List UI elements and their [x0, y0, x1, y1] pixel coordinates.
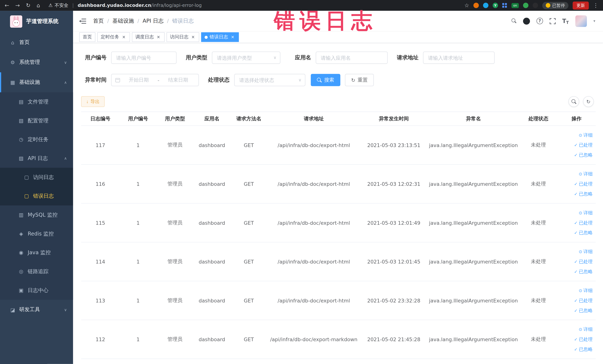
bookmark-star-icon[interactable]: ☆: [464, 2, 469, 8]
date-range-picker[interactable]: 开始日期 - 结束日期: [111, 74, 199, 86]
browser-refresh-icon[interactable]: ↻: [26, 3, 30, 8]
tab-item-1[interactable]: 定时任务×: [97, 32, 130, 42]
breadcrumb-item[interactable]: API 日志: [142, 17, 163, 24]
action-ignored-link[interactable]: ✓已忽略: [559, 344, 593, 354]
sidebar-item-redis-monitor[interactable]: ◈Redis 监控: [0, 224, 73, 243]
chrome-separator: |: [72, 3, 74, 8]
tab-close-icon[interactable]: ×: [156, 35, 161, 40]
action-ignored-link[interactable]: ✓已忽略: [559, 305, 593, 316]
avatar[interactable]: [575, 15, 587, 27]
sidebar-item-label: 研发工具: [19, 306, 40, 313]
breadcrumb-item[interactable]: 首页: [93, 17, 104, 24]
chevron-up-icon: ∧: [64, 156, 67, 160]
action-ignored-link[interactable]: ✓已忽略: [559, 228, 593, 238]
browser-home-icon[interactable]: ⌂: [37, 3, 40, 8]
action-processed-link[interactable]: ✓已处理: [559, 140, 593, 150]
paused-label: 已暂停: [552, 2, 565, 8]
sidebar-item-config-mgmt[interactable]: ▧配置管理: [0, 111, 73, 130]
sidebar-toggle-icon[interactable]: [79, 18, 86, 24]
extension-grid-icon[interactable]: [502, 3, 504, 5]
breadcrumb-item[interactable]: 基础设施: [113, 17, 134, 24]
extension-leaf-icon[interactable]: [523, 3, 529, 8]
action-detail-link[interactable]: ⊙详细: [559, 247, 593, 257]
help-icon[interactable]: ?: [536, 18, 543, 24]
action-processed-link[interactable]: ✓已处理: [559, 179, 593, 189]
action-detail-link[interactable]: ⊙详细: [559, 169, 593, 179]
breadcrumb-separator: /: [137, 18, 139, 24]
cell-method: GET: [231, 320, 267, 359]
sidebar-item-log-center[interactable]: ▣日志中心: [0, 281, 73, 300]
process-status-select[interactable]: [234, 74, 305, 86]
forward-icon[interactable]: →: [15, 3, 20, 8]
tab-close-icon[interactable]: ×: [121, 35, 127, 40]
extension-green-icon[interactable]: Y: [493, 3, 498, 8]
action-ignored-link[interactable]: ✓已忽略: [559, 150, 593, 160]
check-icon: ✓: [574, 259, 578, 264]
refresh-table-button[interactable]: ↻: [583, 96, 594, 107]
sidebar-item-file-mgmt[interactable]: ▤文件管理: [0, 92, 73, 111]
font-size-icon[interactable]: TT: [562, 17, 569, 24]
tab-item-4[interactable]: 错误日志×: [201, 32, 239, 42]
browser-update-button[interactable]: 更新: [573, 1, 589, 10]
sidebar-item-infrastructure[interactable]: ▦基础设施∧: [0, 72, 73, 92]
toggle-search-button[interactable]: [568, 96, 579, 107]
sidebar: 芋道管理系统 ⌂首页⚙系统管理∨▦基础设施∧▤文件管理▧配置管理◷定时任务▨AP…: [0, 11, 73, 364]
cell-method: GET: [231, 164, 267, 203]
sidebar-item-java-monitor[interactable]: ◉Java 监控: [0, 243, 73, 262]
browser-menu-icon[interactable]: ⋮: [593, 2, 598, 8]
extension-teal-icon[interactable]: [483, 3, 488, 8]
cell-app: dashboard: [194, 320, 231, 359]
cell-time: 2021-05-03 12:01:49: [360, 203, 427, 242]
tab-close-icon[interactable]: ×: [190, 35, 196, 40]
extension-orange-icon[interactable]: [474, 3, 479, 8]
cell-time: 2021-05-02 21:45:28: [360, 320, 427, 359]
sidebar-item-link-trace[interactable]: ◎链路追踪: [0, 262, 73, 281]
cell-app: dashboard: [194, 281, 231, 320]
action-detail-link[interactable]: ⊙详细: [559, 324, 593, 334]
sidebar-item-label: MySQL 监控: [28, 211, 58, 218]
logo-row[interactable]: 芋道管理系统: [0, 11, 73, 32]
tab-item-2[interactable]: 调度日志×: [132, 32, 165, 42]
action-ignored-link[interactable]: ✓已忽略: [559, 267, 593, 277]
extension-paw-icon[interactable]: [533, 3, 538, 8]
address-bar[interactable]: dashboard.yudao.iocoder.cn/infra/log/api…: [78, 3, 202, 8]
page-content: 用户编号 用户类型 ∨ 应用名 请: [73, 43, 603, 364]
sidebar-item-scheduled-jobs[interactable]: ◷定时任务: [0, 130, 73, 149]
sidebar-menu: ⌂首页⚙系统管理∨▦基础设施∧▤文件管理▧配置管理◷定时任务▨API 日志∧▢访…: [0, 32, 73, 320]
action-ignored-link[interactable]: ✓已忽略: [559, 189, 593, 199]
request-url-input[interactable]: [423, 52, 495, 64]
tab-item-3[interactable]: 访问日志×: [166, 32, 199, 42]
site-security[interactable]: ⚠ 不安全: [48, 2, 69, 9]
app-name-input[interactable]: [316, 52, 388, 64]
action-processed-link[interactable]: ✓已处理: [559, 257, 593, 267]
refresh-icon: ↻: [351, 78, 355, 82]
sidebar-item-access-log[interactable]: ▢访问日志: [0, 168, 73, 187]
extension-on-badge[interactable]: on: [511, 3, 519, 8]
back-icon[interactable]: ←: [5, 3, 9, 8]
sidebar-item-home[interactable]: ⌂首页: [0, 32, 73, 52]
sidebar-item-api-logs[interactable]: ▨API 日志∧: [0, 149, 73, 168]
caret-down-icon[interactable]: ▾: [593, 19, 595, 23]
search-icon[interactable]: [511, 19, 516, 23]
tab-close-icon[interactable]: ×: [230, 35, 235, 40]
action-processed-link[interactable]: ✓已处理: [559, 334, 593, 344]
sidebar-item-dev-tools[interactable]: ◪研发工具∨: [0, 300, 73, 320]
github-icon[interactable]: [523, 17, 530, 24]
search-button[interactable]: 搜索: [311, 74, 340, 86]
action-processed-link[interactable]: ✓已处理: [559, 218, 593, 228]
sidebar-item-error-log[interactable]: ▢错误日志: [0, 187, 73, 205]
user-id-input[interactable]: [111, 52, 177, 64]
action-detail-link[interactable]: ⊙详细: [559, 208, 593, 218]
tab-item-0[interactable]: 首页: [79, 32, 95, 42]
action-detail-link[interactable]: ⊙详细: [559, 130, 593, 140]
column-header: 日志编号: [81, 112, 120, 126]
sidebar-item-mysql-monitor[interactable]: ▥MySQL 监控: [0, 205, 73, 224]
paused-badge[interactable]: 已暂停: [542, 2, 568, 9]
action-detail-link[interactable]: ⊙详细: [559, 285, 593, 295]
fullscreen-icon[interactable]: [550, 18, 556, 24]
export-button[interactable]: ↓ 导出: [81, 96, 105, 107]
sidebar-item-system-mgmt[interactable]: ⚙系统管理∨: [0, 52, 73, 72]
action-processed-link[interactable]: ✓已处理: [559, 295, 593, 305]
reset-button[interactable]: ↻ 重置: [345, 74, 374, 86]
user-type-select[interactable]: [212, 52, 280, 64]
